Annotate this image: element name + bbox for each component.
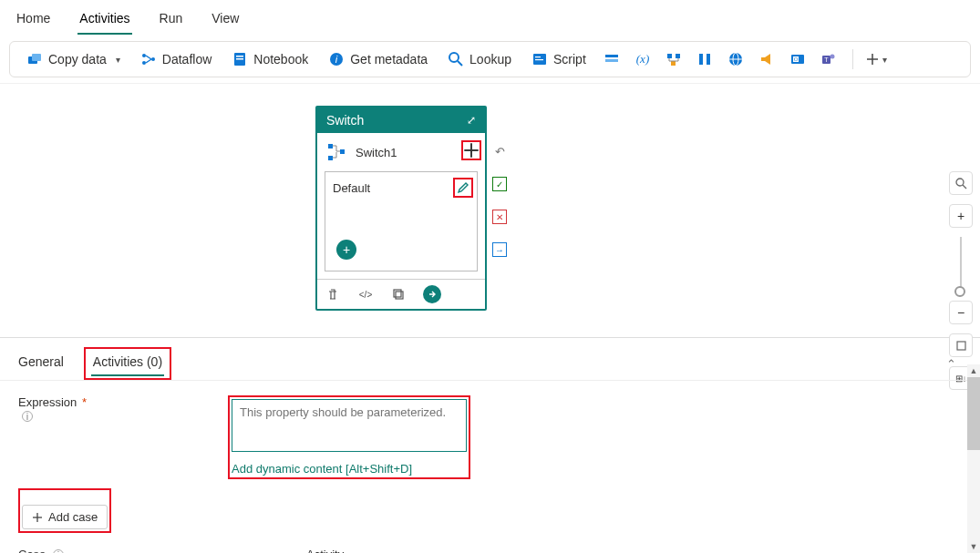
activity-column-header: Activity xyxy=(306,548,962,553)
code-icon[interactable]: </> xyxy=(357,286,374,302)
scrollbar-thumb[interactable] xyxy=(967,377,980,450)
switch-node-footer: </> xyxy=(317,279,485,309)
search-canvas-button[interactable] xyxy=(949,171,973,195)
add-default-activity-button[interactable]: + xyxy=(336,240,356,260)
svg-text:</>: </> xyxy=(359,290,373,300)
zoom-slider[interactable] xyxy=(960,237,962,292)
case-table-header: Case i Activity xyxy=(18,544,962,553)
svg-text:O: O xyxy=(793,56,798,62)
add-dynamic-content-link[interactable]: Add dynamic content [Alt+Shift+D] xyxy=(232,462,467,476)
svg-point-30 xyxy=(830,55,834,59)
svg-point-4 xyxy=(151,57,155,61)
get-metadata-label: Get metadata xyxy=(350,52,428,67)
delete-icon[interactable] xyxy=(325,286,341,302)
tab-view[interactable]: View xyxy=(210,7,241,35)
scroll-down-arrow[interactable]: ▼ xyxy=(967,540,980,553)
svg-rect-15 xyxy=(605,55,618,57)
copy-icon[interactable] xyxy=(390,286,407,302)
required-asterisk: * xyxy=(82,395,87,409)
svg-rect-36 xyxy=(340,149,345,154)
collapse-panel-button[interactable]: ⌃ xyxy=(946,357,965,371)
switch-add-case-button[interactable] xyxy=(461,140,481,160)
chevron-down-icon: ▾ xyxy=(116,55,120,65)
properties-tabs: General Activities (0) ⌃ xyxy=(0,338,980,381)
svg-rect-13 xyxy=(535,56,541,57)
announce-icon[interactable] xyxy=(754,48,779,70)
variable-icon[interactable]: (x) xyxy=(630,48,655,70)
case-column-header: Case xyxy=(18,548,46,553)
chevron-down-icon: ▾ xyxy=(882,55,887,65)
run-icon[interactable] xyxy=(423,285,441,303)
globe-icon[interactable] xyxy=(723,48,748,70)
switch-title: Switch xyxy=(326,113,364,128)
add-case-button[interactable]: Add case xyxy=(22,505,108,529)
svg-rect-35 xyxy=(328,156,333,160)
default-label: Default xyxy=(333,181,370,195)
toolbar-icon-4[interactable] xyxy=(692,48,717,70)
switch-icon xyxy=(326,142,346,162)
vertical-scrollbar[interactable]: ▲ ▼ xyxy=(967,364,980,553)
undo-icon[interactable]: ↶ xyxy=(492,144,507,159)
script-label: Script xyxy=(553,52,586,67)
success-port-icon[interactable]: ✓ xyxy=(492,177,507,191)
case-table: Case i Activity Default No activities xyxy=(18,544,962,553)
svg-point-3 xyxy=(142,61,146,65)
svg-rect-7 xyxy=(236,58,243,60)
pipeline-canvas[interactable]: Switch ⤢ Switch1 Default + xyxy=(0,83,980,338)
svg-point-10 xyxy=(449,53,459,62)
info-icon[interactable]: i xyxy=(53,549,64,553)
svg-point-2 xyxy=(142,54,146,57)
svg-rect-18 xyxy=(667,54,672,58)
expression-label: Expression xyxy=(18,390,77,409)
svg-rect-14 xyxy=(535,59,543,60)
expression-input[interactable] xyxy=(232,399,467,452)
switch-node-body: Switch1 xyxy=(317,133,485,171)
get-metadata-button[interactable]: i Get metadata xyxy=(321,47,435,71)
tab-general[interactable]: General xyxy=(15,349,67,378)
toolbar-icon-3[interactable] xyxy=(661,48,686,70)
copy-data-button[interactable]: Copy data ▾ xyxy=(19,47,128,71)
edit-default-button[interactable] xyxy=(453,178,473,198)
zoom-out-button[interactable]: − xyxy=(949,301,973,324)
svg-text:T: T xyxy=(824,56,829,63)
svg-line-11 xyxy=(458,61,462,66)
properties-panel: General Activities (0) ⌃ Expression * i … xyxy=(0,338,980,553)
zoom-in-button[interactable]: + xyxy=(949,204,973,228)
notebook-button[interactable]: Notebook xyxy=(224,47,315,71)
lookup-button[interactable]: Lookup xyxy=(440,47,519,71)
info-icon[interactable]: i xyxy=(22,411,33,422)
switch-activity-node[interactable]: Switch ⤢ Switch1 Default + xyxy=(315,106,487,311)
dataflow-button[interactable]: Dataflow xyxy=(133,47,219,71)
top-tabs: Home Activities Run View xyxy=(0,0,980,36)
expand-icon[interactable]: ⤢ xyxy=(467,114,476,127)
expression-highlight: Add dynamic content [Alt+Shift+D] xyxy=(228,395,470,479)
svg-rect-22 xyxy=(707,54,710,65)
add-activity-button[interactable]: ▾ xyxy=(864,48,890,70)
scroll-up-arrow[interactable]: ▲ xyxy=(967,364,980,377)
copy-data-label: Copy data xyxy=(48,52,107,67)
svg-rect-40 xyxy=(394,290,401,297)
switch-default-case[interactable]: Default + xyxy=(325,171,478,271)
notebook-label: Notebook xyxy=(253,52,308,67)
teams-icon[interactable]: T xyxy=(816,48,841,70)
tab-home[interactable]: Home xyxy=(15,7,52,35)
lookup-label: Lookup xyxy=(469,52,511,67)
tab-activities-count[interactable]: Activities (0) xyxy=(91,351,164,376)
outlook-icon[interactable]: O xyxy=(785,48,810,70)
svg-line-43 xyxy=(963,185,966,189)
add-case-highlight: Add case xyxy=(18,488,111,533)
skip-port-icon[interactable]: → xyxy=(492,242,507,257)
svg-rect-6 xyxy=(236,56,243,57)
properties-body: Expression * i Add dynamic content [Alt+… xyxy=(0,381,980,553)
toolbar-icon-1[interactable] xyxy=(599,48,624,70)
svg-rect-34 xyxy=(328,144,333,148)
svg-rect-19 xyxy=(676,54,680,58)
tab-run[interactable]: Run xyxy=(158,7,185,35)
svg-point-42 xyxy=(956,179,964,186)
svg-rect-16 xyxy=(605,59,618,62)
tab-activities[interactable]: Activities xyxy=(77,7,131,35)
fail-port-icon[interactable]: ✕ xyxy=(492,210,507,224)
switch-node-header: Switch ⤢ xyxy=(317,108,485,133)
script-button[interactable]: Script xyxy=(524,47,593,71)
svg-rect-21 xyxy=(699,54,703,65)
